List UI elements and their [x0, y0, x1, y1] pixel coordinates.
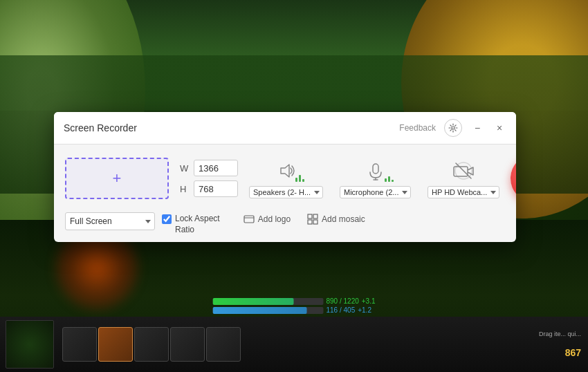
microphone-icon-wrap [362, 158, 389, 183]
minimize-button[interactable]: − [470, 121, 484, 135]
add-logo-icon [244, 214, 255, 225]
hud-bar [0, 317, 588, 372]
screen-mode-select[interactable]: Full Screen Custom Area Window [65, 212, 155, 230]
lock-aspect-label: Lock Aspect Ratio [175, 214, 220, 235]
add-mosaic-icon [307, 214, 318, 225]
dimensions-group: W H [180, 160, 238, 197]
microphone-level-bars [385, 176, 394, 182]
health-mana-display: 890 / 1220 +3.1 116 / 405 +1.2 [212, 297, 375, 315]
microphone-icon [366, 161, 385, 180]
rec-button[interactable]: REC [511, 154, 516, 203]
mic-level-bar-3 [392, 180, 394, 182]
screen-selector[interactable]: + [65, 158, 169, 199]
svg-rect-11 [313, 214, 318, 218]
titlebar-right: Feedback − × [399, 119, 506, 137]
options-row: Full Screen Custom Area Window Lock Aspe… [65, 210, 505, 235]
svg-rect-10 [308, 214, 312, 218]
mic-level-bar-2 [388, 176, 390, 182]
dialog-body: + W H [54, 145, 516, 242]
add-logo-label: Add logo [258, 214, 291, 224]
microphone-select[interactable]: Microphone (2... [340, 186, 411, 198]
svg-rect-13 [313, 220, 318, 224]
speaker-icon-wrap [273, 158, 300, 183]
add-logo-button[interactable]: Add logo [241, 212, 293, 226]
svg-rect-8 [244, 216, 254, 223]
drag-hint: Drag ite... qui... [539, 331, 581, 337]
add-mosaic-label: Add mosaic [322, 214, 365, 224]
mana-regen: +1.2 [358, 306, 371, 314]
close-button[interactable]: × [493, 121, 506, 135]
ability-slot-1[interactable] [62, 327, 97, 362]
camera-icon [452, 161, 475, 180]
health-regen: +3.1 [362, 297, 376, 305]
height-input[interactable] [194, 180, 238, 197]
health-value: 890 / 1220 [326, 297, 358, 305]
level-bar-2 [299, 175, 301, 182]
plus-icon: + [113, 169, 122, 187]
svg-marker-1 [281, 165, 289, 177]
speaker-level-bars [295, 175, 304, 182]
camera-icon-wrap [450, 158, 477, 183]
minimap [6, 320, 54, 369]
width-input[interactable] [194, 160, 238, 176]
svg-point-0 [452, 127, 454, 129]
level-bar-1 [295, 178, 297, 182]
ability-bar [57, 327, 582, 362]
camera-select[interactable]: HP HD Webca... [428, 186, 499, 198]
controls-row: + W H [65, 154, 505, 203]
lock-aspect-checkbox[interactable] [162, 214, 172, 224]
mana-value: 116 / 405 [326, 306, 355, 314]
width-row: W [180, 160, 238, 176]
screen-recorder-dialog: Screen Recorder Feedback − × + W [54, 112, 516, 242]
lock-aspect-group: Lock Aspect Ratio [162, 214, 220, 235]
svg-rect-2 [373, 164, 378, 174]
feedback-link[interactable]: Feedback [399, 123, 436, 133]
add-mosaic-button[interactable]: Add mosaic [304, 212, 368, 226]
speaker-select[interactable]: Speakers (2- H... [249, 186, 323, 198]
height-label: H [180, 184, 190, 194]
svg-rect-12 [308, 220, 312, 224]
height-row: H [180, 180, 238, 197]
width-label: W [180, 163, 190, 174]
dialog-title: Screen Recorder [64, 122, 137, 133]
tools-group: Add logo Add mosaic [241, 212, 368, 226]
microphone-device: Microphone (2... [340, 158, 411, 198]
mic-level-bar-1 [385, 178, 387, 182]
gold-display: 867 [565, 347, 581, 358]
settings-button[interactable] [444, 119, 462, 137]
dialog-titlebar: Screen Recorder Feedback − × [54, 112, 516, 145]
speaker-device: Speakers (2- H... [249, 158, 323, 198]
ability-slot-3[interactable] [134, 327, 169, 362]
level-bar-3 [302, 179, 304, 182]
ability-slot-4[interactable] [170, 327, 205, 362]
camera-device: HP HD Webca... [428, 158, 499, 198]
audio-controls: Speakers (2- H... [249, 158, 499, 198]
speaker-icon [277, 161, 296, 180]
ability-slot-5[interactable] [206, 327, 241, 362]
ability-slot-2[interactable] [98, 327, 133, 362]
